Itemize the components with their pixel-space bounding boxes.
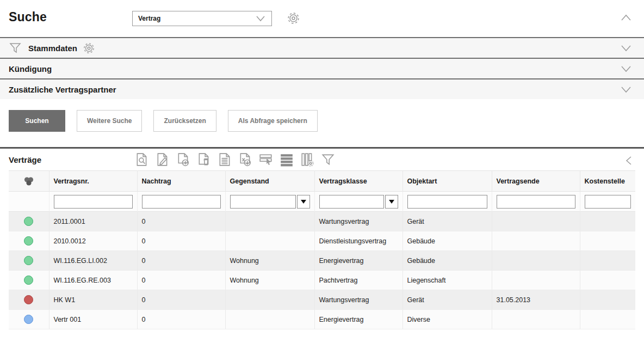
filter-input-vertragsnr[interactable] bbox=[54, 195, 133, 209]
column-header-vertragsende[interactable]: Vertragsende bbox=[492, 171, 580, 192]
cell-objektart: Liegenschaft bbox=[403, 271, 492, 290]
search-button[interactable]: Suchen bbox=[9, 110, 65, 132]
action-buttons: Suchen Weitere Suche Zurücksetzen Als Ab… bbox=[9, 110, 644, 132]
chevron-down-icon[interactable] bbox=[620, 65, 632, 72]
status-cell bbox=[9, 290, 49, 310]
cell-vertragsende bbox=[492, 212, 580, 231]
filter-input-vertragsklasse[interactable] bbox=[319, 195, 384, 209]
cell-objektart: Gerät bbox=[403, 290, 492, 310]
results-toolbar bbox=[135, 152, 335, 167]
column-header-vertragsnr[interactable]: Vertragsnr. bbox=[49, 171, 137, 192]
more-search-button[interactable]: Weitere Suche bbox=[77, 110, 142, 132]
column-header-objektart[interactable]: Objektart bbox=[403, 171, 492, 192]
results-table: Vertragsnr. Nachtrag Gegenstand Vertrags… bbox=[9, 170, 635, 329]
status-cell bbox=[9, 271, 49, 290]
reset-button[interactable]: Zurücksetzen bbox=[153, 110, 216, 132]
cell-vertragsklasse: Wartungsvertrag bbox=[314, 290, 403, 310]
column-header-status[interactable] bbox=[9, 171, 49, 192]
cell-vertragsklasse: Energievertrag bbox=[314, 251, 403, 271]
dropdown-arrow-icon bbox=[389, 200, 394, 204]
table-row[interactable]: 2010.0012 0 Dienstleistungsvertrag Gebäu… bbox=[9, 231, 635, 251]
gear-icon[interactable] bbox=[83, 42, 95, 54]
gear-icon[interactable] bbox=[287, 11, 300, 25]
table-row[interactable]: 2011.0001 0 Wartungsvertrag Gerät bbox=[9, 212, 635, 231]
section-kuendigung[interactable]: Kündigung bbox=[0, 58, 644, 78]
cell-nachtrag: 0 bbox=[137, 271, 225, 290]
status-cell bbox=[9, 212, 49, 231]
cell-vertragsnr: HK W1 bbox=[49, 290, 137, 310]
status-dot bbox=[24, 256, 33, 265]
cell-nachtrag: 0 bbox=[137, 212, 225, 231]
cell-nachtrag: 0 bbox=[137, 251, 225, 271]
filter-dropdown-gegenstand[interactable] bbox=[297, 195, 310, 209]
status-tristate-icon bbox=[23, 176, 34, 186]
table-filter-row bbox=[9, 192, 635, 212]
filter-input-kostenstelle[interactable] bbox=[585, 195, 631, 209]
chevron-down-icon[interactable] bbox=[620, 86, 632, 93]
status-cell bbox=[9, 251, 49, 271]
column-header-kostenstelle[interactable]: Kostenstelle bbox=[580, 171, 635, 192]
view-record-icon[interactable] bbox=[135, 152, 149, 167]
cell-objektart: Gebäude bbox=[403, 231, 492, 251]
cell-vertragsnr: Vertr 001 bbox=[49, 310, 137, 329]
section-zusaetzliche-vertragspartner[interactable]: Zusätzliche Vertragspartner bbox=[0, 78, 644, 99]
cell-vertragsnr: 2010.0012 bbox=[49, 231, 137, 251]
export-icon[interactable] bbox=[238, 152, 252, 167]
cell-nachtrag: 0 bbox=[137, 231, 225, 251]
chevron-down-icon bbox=[255, 15, 266, 22]
column-header-nachtrag[interactable]: Nachtrag bbox=[137, 171, 225, 192]
table-row[interactable]: HK W1 0 Wartungsvertrag Gerät 31.05.2013 bbox=[9, 290, 635, 310]
cell-kostenstelle bbox=[580, 231, 635, 251]
status-dot bbox=[24, 295, 33, 304]
edit-record-icon[interactable] bbox=[156, 152, 170, 167]
table-row[interactable]: WI.116.EG.RE.003 0 Wohnung Pachtvertrag … bbox=[9, 271, 635, 290]
column-header-gegenstand[interactable]: Gegenstand bbox=[225, 171, 314, 192]
filter-input-gegenstand[interactable] bbox=[230, 195, 296, 209]
rows-solid-icon[interactable] bbox=[280, 152, 294, 167]
cell-gegenstand: Wohnung bbox=[225, 251, 314, 271]
report-icon[interactable] bbox=[218, 152, 232, 167]
cell-vertragsklasse: Energievertrag bbox=[314, 310, 403, 329]
select-rows-icon[interactable] bbox=[259, 152, 273, 167]
section-label: Zusätzliche Vertragspartner bbox=[9, 85, 116, 94]
filter-icon[interactable] bbox=[321, 152, 335, 167]
column-header-vertragsklasse[interactable]: Vertragsklasse bbox=[314, 171, 403, 192]
delete-record-icon[interactable] bbox=[197, 152, 211, 167]
cell-kostenstelle bbox=[580, 251, 635, 271]
section-stammdaten[interactable]: Stammdaten bbox=[0, 37, 644, 58]
chevron-down-icon[interactable] bbox=[620, 45, 632, 52]
cell-vertragsklasse: Pachtvertrag bbox=[314, 271, 403, 290]
collapse-search-icon[interactable] bbox=[620, 14, 632, 21]
table-row[interactable]: Vertr 001 0 Energievertrag Diverse bbox=[9, 310, 635, 329]
filter-input-vertragsende[interactable] bbox=[497, 195, 575, 209]
table-row[interactable]: WI.116.EG.LI.002 0 Wohnung Energievertra… bbox=[9, 251, 635, 271]
cell-gegenstand bbox=[225, 290, 314, 310]
search-header: Suche Vertrag bbox=[0, 0, 644, 37]
table-header-row: Vertragsnr. Nachtrag Gegenstand Vertrags… bbox=[9, 171, 635, 192]
search-type-select[interactable]: Vertrag bbox=[132, 11, 272, 26]
cell-vertragsnr: WI.116.EG.RE.003 bbox=[49, 271, 137, 290]
section-label: Stammdaten bbox=[28, 44, 77, 53]
status-cell bbox=[9, 310, 49, 329]
search-type-value: Vertrag bbox=[138, 15, 255, 22]
cell-kostenstelle bbox=[580, 290, 635, 310]
cell-vertragsnr: WI.116.EG.LI.002 bbox=[49, 251, 137, 271]
column-settings-icon[interactable] bbox=[300, 152, 314, 167]
cell-gegenstand bbox=[225, 212, 314, 231]
cell-vertragsnr: 2011.0001 bbox=[49, 212, 137, 231]
cell-vertragsende bbox=[492, 251, 580, 271]
cell-gegenstand bbox=[225, 310, 314, 329]
filter-cell-status bbox=[9, 192, 49, 212]
cell-vertragsende bbox=[492, 231, 580, 251]
add-record-icon[interactable] bbox=[176, 152, 190, 167]
chevron-left-icon[interactable] bbox=[625, 155, 632, 166]
cell-objektart: Gerät bbox=[403, 212, 492, 231]
save-query-button[interactable]: Als Abfrage speichern bbox=[228, 110, 318, 132]
cell-kostenstelle bbox=[580, 271, 635, 290]
filter-input-nachtrag[interactable] bbox=[142, 195, 221, 209]
filter-input-objektart[interactable] bbox=[407, 195, 487, 209]
cell-kostenstelle bbox=[580, 310, 635, 329]
status-dot bbox=[24, 236, 33, 246]
filter-dropdown-vertragsklasse[interactable] bbox=[385, 195, 398, 209]
status-dot bbox=[24, 217, 33, 226]
